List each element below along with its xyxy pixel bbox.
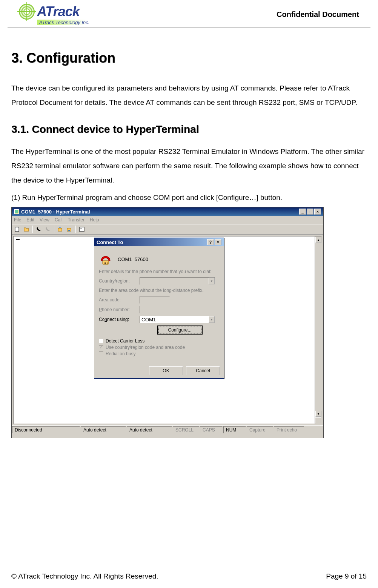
dialog-instruction-1: Enter details for the phone number that … — [99, 269, 219, 274]
disconnect-icon[interactable] — [44, 225, 52, 233]
app-icon — [14, 209, 19, 214]
menu-call[interactable]: Call — [55, 217, 63, 223]
menu-edit[interactable]: Edit — [26, 217, 34, 223]
connection-name: COM1_57600 — [118, 256, 148, 262]
logo-target-icon — [19, 4, 35, 20]
connect-using-label: Connect using: — [99, 317, 137, 322]
use-country-checkbox: ✓ — [99, 345, 103, 350]
new-file-icon[interactable] — [13, 225, 22, 233]
connect-using-select[interactable] — [140, 316, 215, 323]
area-code-label: Area code: — [99, 297, 137, 302]
logo-text: ATrack — [37, 4, 80, 20]
receive-icon[interactable] — [65, 225, 74, 233]
svg-point-10 — [107, 262, 108, 263]
window-titlebar: COM1_57600 - HyperTerminal _ □ × — [12, 207, 323, 216]
status-caps: CAPS — [200, 426, 223, 433]
dialog-titlebar: Connect To ? × — [94, 238, 224, 246]
section-paragraph: The HyperTerminal is one of the most pop… — [11, 144, 367, 187]
vertical-scrollbar[interactable]: ▲ ▼ — [315, 236, 321, 424]
detect-carrier-label: Detect Carrier Loss — [106, 338, 144, 344]
svg-point-11 — [104, 263, 104, 264]
country-select — [140, 277, 215, 285]
menu-file[interactable]: File — [14, 217, 21, 223]
dialog-help-button[interactable]: ? — [207, 239, 214, 245]
hyperterminal-screenshot: COM1_57600 - HyperTerminal _ □ × File Ed… — [11, 207, 324, 438]
svg-point-12 — [105, 263, 106, 264]
phone-icon — [99, 252, 112, 266]
call-icon[interactable] — [35, 225, 43, 233]
intro-paragraph: The device can be configured its paramet… — [11, 81, 367, 110]
page-footer: © ATrack Technology Inc. All Rights Rese… — [8, 569, 370, 580]
send-icon[interactable] — [56, 225, 65, 233]
page-header: ATrack ATrack Technology Inc. Confidenti… — [8, 0, 370, 28]
status-num: NUM — [223, 426, 246, 433]
use-country-label: Use country/region code and area code — [106, 345, 185, 350]
dropdown-arrow-icon[interactable]: ▼ — [209, 316, 215, 323]
country-label: Country/region: — [99, 278, 137, 284]
svg-point-8 — [104, 262, 104, 263]
header-confidential: Confidential Document — [277, 10, 359, 19]
svg-rect-1 — [58, 228, 62, 231]
logo-block: ATrack ATrack Technology Inc. — [19, 4, 89, 25]
status-scroll: SCROLL — [173, 426, 199, 433]
detect-carrier-checkbox[interactable] — [99, 339, 103, 343]
svg-point-9 — [105, 262, 106, 263]
scroll-corner — [315, 417, 321, 423]
statusbar: Disconnected Auto detect Auto detect SCR… — [12, 425, 323, 434]
status-autodetect-1: Auto detect — [81, 426, 126, 433]
phone-number-label: Phone number: — [99, 307, 137, 312]
ok-button[interactable]: OK — [149, 366, 183, 375]
window-title: COM1_57600 - HyperTerminal — [21, 209, 90, 215]
maximize-button[interactable]: □ — [307, 209, 313, 215]
scroll-up-icon[interactable]: ▲ — [315, 237, 321, 243]
dialog-instruction-2: Enter the area code without the long-dis… — [99, 288, 219, 293]
area-code-input — [140, 296, 170, 304]
redial-checkbox — [99, 352, 103, 356]
status-capture: Capture — [247, 426, 273, 433]
document-content: 3. Configuration The device can be confi… — [0, 28, 378, 446]
svg-point-13 — [107, 263, 108, 264]
toolbar — [12, 224, 323, 235]
properties-icon[interactable] — [78, 225, 86, 233]
dropdown-arrow-icon: ▼ — [209, 278, 215, 284]
cursor-icon — [16, 239, 20, 240]
heading-1: 3. Configuration — [11, 50, 367, 66]
dialog-close-button[interactable]: × — [215, 239, 221, 245]
redial-label: Redial on busy — [106, 351, 135, 356]
footer-page-number: Page 9 of 15 — [326, 572, 367, 580]
minimize-button[interactable]: _ — [299, 209, 306, 215]
svg-rect-4 — [80, 228, 82, 229]
menu-transfer[interactable]: Transfer — [68, 217, 85, 223]
logo-subtitle: ATrack Technology Inc. — [37, 20, 89, 25]
status-connection: Disconnected — [12, 426, 80, 433]
dialog-title: Connect To — [97, 239, 123, 245]
step-1: (1) Run HyperTerminal program and choose… — [11, 190, 367, 205]
menu-view[interactable]: View — [40, 217, 49, 223]
connect-to-dialog: Connect To ? × COM1_5 — [94, 238, 224, 379]
svg-rect-5 — [80, 229, 83, 229]
close-button[interactable]: × — [314, 209, 321, 215]
footer-copyright: © ATrack Technology Inc. All Rights Rese… — [11, 572, 158, 580]
configure-button[interactable]: Configure... — [157, 325, 203, 335]
menubar: File Edit View Call Transfer Help — [12, 216, 323, 224]
svg-rect-6 — [80, 230, 83, 230]
status-printecho: Print echo — [274, 426, 304, 433]
heading-2: 3.1. Connect device to HyperTerminal — [11, 123, 367, 135]
cancel-button[interactable]: Cancel — [186, 366, 220, 375]
phone-number-input — [140, 306, 192, 313]
scroll-down-icon[interactable]: ▼ — [315, 411, 321, 417]
status-autodetect-2: Auto detect — [127, 426, 172, 433]
open-file-icon[interactable] — [22, 225, 31, 233]
menu-help[interactable]: Help — [90, 217, 99, 223]
